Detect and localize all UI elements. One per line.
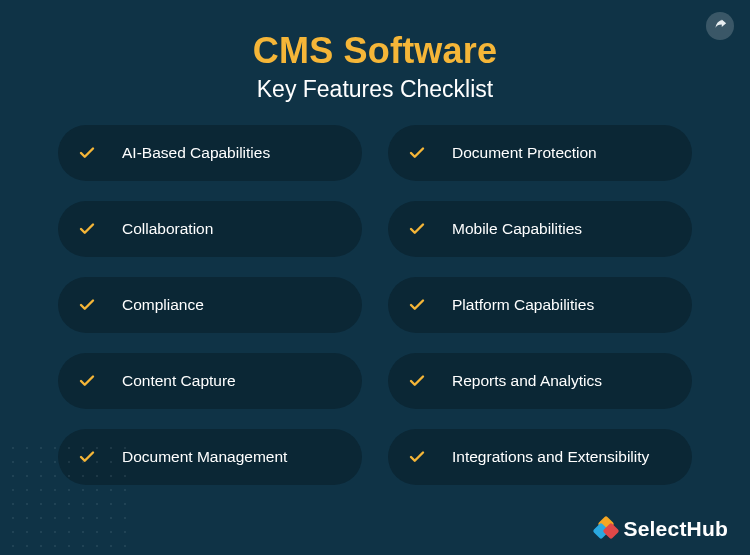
feature-pill: Collaboration: [58, 201, 362, 257]
feature-label: Platform Capabilities: [452, 296, 594, 315]
feature-pill: Document Protection: [388, 125, 692, 181]
brand-name: SelectHub: [624, 517, 729, 541]
feature-pill: Platform Capabilities: [388, 277, 692, 333]
feature-label: AI-Based Capabilities: [122, 144, 270, 163]
share-button[interactable]: [706, 12, 734, 40]
selecthub-logo-icon: [595, 518, 617, 540]
check-icon: [398, 438, 436, 476]
feature-pill: Integrations and Extensibility: [388, 429, 692, 485]
check-icon: [68, 210, 106, 248]
header: CMS Software Key Features Checklist: [0, 0, 750, 125]
features-grid: AI-Based Capabilities Document Protectio…: [0, 125, 750, 485]
feature-label: Document Protection: [452, 144, 597, 163]
feature-pill: Document Management: [58, 429, 362, 485]
check-icon: [68, 134, 106, 172]
check-icon: [68, 362, 106, 400]
footer-brand: SelectHub: [595, 517, 729, 541]
feature-pill: Content Capture: [58, 353, 362, 409]
feature-pill: Reports and Analytics: [388, 353, 692, 409]
feature-label: Compliance: [122, 296, 204, 315]
feature-label: Integrations and Extensibility: [452, 448, 649, 467]
feature-label: Reports and Analytics: [452, 372, 602, 391]
page-title: CMS Software: [0, 30, 750, 72]
feature-label: Mobile Capabilities: [452, 220, 582, 239]
check-icon: [398, 362, 436, 400]
feature-label: Document Management: [122, 448, 287, 467]
feature-pill: Mobile Capabilities: [388, 201, 692, 257]
feature-label: Content Capture: [122, 372, 236, 391]
feature-label: Collaboration: [122, 220, 213, 239]
check-icon: [68, 438, 106, 476]
feature-pill: AI-Based Capabilities: [58, 125, 362, 181]
share-arrow-icon: [713, 17, 728, 36]
page-subtitle: Key Features Checklist: [0, 76, 750, 103]
check-icon: [398, 286, 436, 324]
check-icon: [398, 134, 436, 172]
check-icon: [68, 286, 106, 324]
check-icon: [398, 210, 436, 248]
feature-pill: Compliance: [58, 277, 362, 333]
